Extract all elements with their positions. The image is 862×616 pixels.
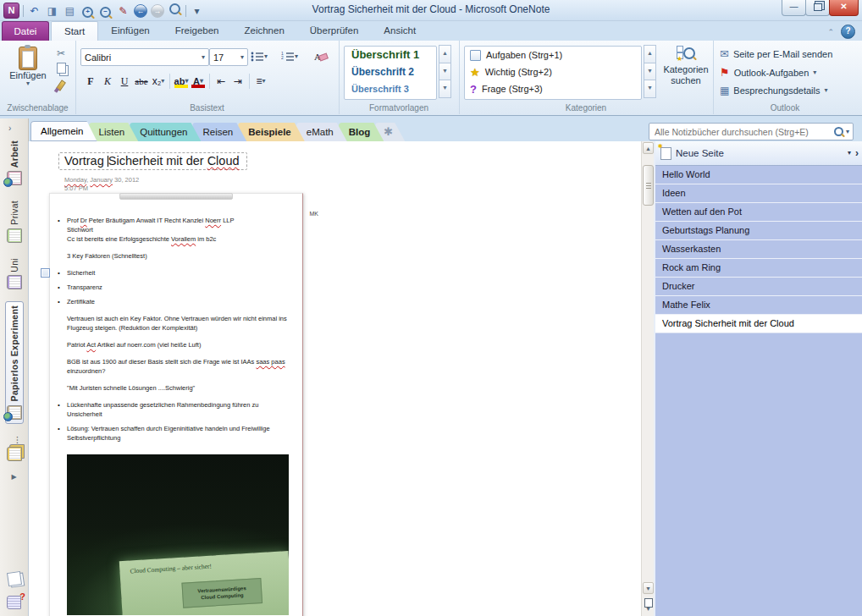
notebook-item--[interactable]: ... — [6, 432, 23, 465]
increase-indent-button[interactable]: ⇥ — [229, 73, 246, 90]
expand-navbar-icon[interactable]: › — [8, 124, 11, 133]
minimize-button[interactable]: — — [782, 0, 806, 16]
close-button[interactable]: ✕ — [829, 0, 859, 16]
format-painter-button[interactable] — [53, 80, 69, 95]
font-name-combo[interactable]: Calibri▾ — [80, 48, 209, 66]
notebook-item-uni[interactable]: Uni — [6, 255, 23, 294]
note-text-line[interactable]: Patriot Act Artikel auf noerr.com (viel … — [67, 340, 287, 349]
besprechungsdetails-button[interactable]: ▦Besprechungsdetails▾ — [720, 85, 827, 96]
note-outline-container[interactable]: MK Prof Dr Peter Bräutigam Anwalt IT Rec… — [49, 193, 303, 616]
paste-button[interactable]: Einfügen ▾ — [5, 47, 51, 87]
search-box[interactable]: ▾ — [649, 123, 854, 140]
photo-slide: Cloud Computing – aber sicher! Vertrauen… — [119, 551, 289, 615]
notebook-question-icon[interactable] — [7, 596, 21, 609]
note-text-line[interactable]: BGB ist aus 1900 auf dieser Basis stellt… — [67, 357, 287, 376]
note-text-line[interactable]: Stichwort — [67, 225, 287, 234]
outlook-aufgaben-button[interactable]: ⚑Outlook-Aufgaben▾ — [720, 66, 816, 79]
page-list-item[interactable]: Wasserkasten — [655, 240, 862, 259]
toolbar-separator — [209, 74, 210, 89]
clear-formatting-button[interactable]: A — [312, 48, 329, 65]
tab-freigeben[interactable]: Freigeben — [163, 21, 232, 41]
new-page-header[interactable]: Neue Seite ▾ › — [655, 141, 862, 166]
section-tab-beispiele[interactable]: Beispiele — [238, 123, 305, 141]
copy-button[interactable] — [53, 63, 69, 78]
page-list-item[interactable]: Ideen — [655, 184, 862, 203]
tags-scroll-up-button[interactable]: ▲ — [644, 45, 656, 63]
restore-button[interactable] — [805, 0, 830, 16]
tab-überprüfen[interactable]: Überprüfen — [297, 21, 372, 41]
styles-more-button[interactable]: ▼ — [439, 80, 451, 98]
paragraph-align-button[interactable]: ≡▾ — [252, 73, 269, 90]
subscript-button[interactable]: x₂▾ — [150, 73, 167, 90]
notebook-item-privat[interactable]: Privat — [6, 197, 23, 246]
font-color-button[interactable]: A▾ — [190, 73, 207, 90]
font-size-combo[interactable]: 17▾ — [209, 48, 248, 66]
page-list-item[interactable]: Vortrag Sicherheit mit der Cloud — [655, 315, 862, 333]
page-list-item[interactable]: Wetten auf den Pot — [655, 203, 862, 222]
collapse-pages-pane-icon[interactable]: › — [855, 147, 859, 159]
tab-zeichnen[interactable]: Zeichnen — [232, 21, 297, 41]
tag-item[interactable]: ★Wichtig (Strg+2) — [465, 63, 641, 80]
decrease-indent-button[interactable]: ⇤ — [213, 73, 229, 90]
page-list-item[interactable]: Drucker — [655, 278, 862, 296]
tag-item[interactable]: ?Frage (Strg+3) — [465, 80, 641, 97]
vertical-scrollbar[interactable]: ▲ ▼ — [641, 141, 655, 616]
search-scope-dropdown-icon[interactable]: ▾ — [846, 129, 849, 135]
numbered-list-button[interactable]: 1 2 ▾ — [280, 48, 299, 65]
note-bullet-item[interactable]: Prof Dr Peter Bräutigam Anwalt IT Recht … — [67, 216, 287, 225]
note-bullet-item[interactable]: Transparenz — [67, 283, 287, 292]
paragraph-handle-icon[interactable] — [41, 268, 50, 278]
strikethrough-button[interactable]: abe — [133, 73, 150, 90]
navbar-more-icon[interactable]: ▶ — [11, 473, 16, 481]
scrollbar-thumb[interactable] — [643, 165, 654, 206]
highlight-button[interactable]: ab▾ — [173, 73, 190, 90]
unfiled-notes-icon[interactable] — [6, 571, 21, 586]
page-list-item[interactable]: Geburtstags Planung — [655, 222, 862, 240]
tags-scroll-down-button[interactable]: ▼ — [644, 63, 656, 81]
search-input[interactable] — [653, 126, 832, 138]
style-item[interactable]: Überschrift 3 — [345, 80, 436, 97]
note-text-line[interactable]: "Mit Juristen schnelle Lösungen ....Schw… — [67, 383, 287, 393]
page-list-item[interactable]: Hello World — [655, 166, 862, 184]
help-icon[interactable]: ? — [841, 25, 855, 39]
underline-button[interactable]: U — [116, 73, 133, 90]
tab-start[interactable]: Start — [51, 21, 98, 41]
bold-button[interactable]: F — [82, 73, 99, 90]
scroll-up-button[interactable]: ▲ — [643, 142, 654, 154]
tab-einfügen[interactable]: Einfügen — [98, 21, 162, 41]
new-page-dropdown-icon[interactable]: ▾ — [848, 150, 851, 157]
page-list-item[interactable]: Rock am Ring — [655, 259, 862, 278]
note-bullet-item[interactable]: Lückenhafte unpassende gesetzlichen Rahm… — [67, 400, 287, 419]
notebook-item-papierlos-experiment[interactable]: Papierlos Experiment — [5, 301, 24, 423]
page-list-item[interactable]: Mathe Felix — [655, 296, 862, 315]
styles-scroll-down-button[interactable]: ▼ — [439, 63, 451, 81]
outline-drag-handle[interactable] — [119, 193, 233, 200]
style-item[interactable]: Überschrift 1 — [345, 47, 436, 63]
cut-button[interactable]: ✂ — [53, 46, 69, 61]
bullet-list-button[interactable]: ▾ — [250, 48, 268, 65]
page-title[interactable]: Vortrag Sicherheit mit der Cloud — [58, 152, 247, 170]
tag-item[interactable]: Aufgaben (Strg+1) — [465, 47, 641, 63]
tab-datei[interactable]: Datei — [2, 21, 49, 41]
note-text-line[interactable]: Cc ist bereits eine Erfolgsgeschichte Vo… — [67, 234, 287, 244]
page-canvas[interactable]: Vortrag Sicherheit mit der Cloud Monday,… — [28, 141, 642, 616]
note-text-line[interactable]: 3 Key Faktoren (Schnelltest) — [67, 251, 287, 261]
notebook-item-arbeit[interactable]: Arbeit — [6, 137, 23, 189]
section-tab-quittungen[interactable]: Quittungen — [130, 123, 201, 141]
note-text-line[interactable]: Vertrauen ist auch ein Key Faktor. Ohne … — [67, 314, 287, 333]
tags-more-button[interactable]: ▼ — [644, 80, 656, 98]
scroll-down-button[interactable]: ▼ — [643, 582, 654, 594]
tab-ansicht[interactable]: Ansicht — [371, 21, 428, 41]
collapse-ribbon-icon[interactable]: ⌃ — [827, 28, 834, 36]
section-tab-allgemein[interactable]: Allgemein — [30, 121, 97, 141]
note-bullet-item[interactable]: Zertifikate — [67, 297, 287, 306]
italic-button[interactable]: K — [99, 73, 116, 90]
seite-per-e-mail-senden-button[interactable]: ✉Seite per E-Mail senden — [720, 47, 832, 60]
note-bullet-item[interactable]: Lösung: Vertrauen schaffen durch Eigenin… — [67, 424, 287, 443]
styles-scroll-up-button[interactable]: ▲ — [439, 45, 451, 63]
style-item[interactable]: Überschrift 2 — [345, 63, 436, 80]
embedded-photo[interactable]: Cloud Computing – aber sicher! Vertrauen… — [67, 454, 289, 615]
note-bullet-item[interactable]: Sicherheit — [67, 268, 287, 278]
find-tags-button[interactable]: ★ Kategorien suchen — [662, 46, 710, 86]
next-page-scroll-button[interactable] — [643, 598, 654, 613]
